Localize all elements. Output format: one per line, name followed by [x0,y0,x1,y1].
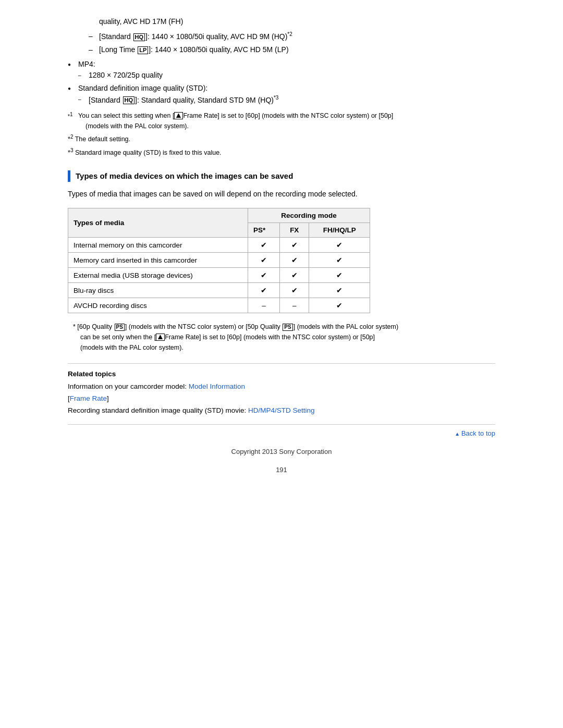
table-cell-fx: ✔ [280,238,309,253]
table-row: External media (USB storage devices)✔✔✔ [68,268,370,283]
mp4-label: MP4: [78,60,95,68]
footnote-2: *2 *² The default setting.The default se… [68,133,495,144]
lp-icon: LP [138,46,148,54]
table-cell-label: AVCHD recording discs [68,298,248,313]
table-header-types: Types of media [68,208,248,238]
quality-line-text: quality, AVC HD 17M (FH) [99,17,183,26]
media-types-table: Types of media Recording mode PS* FX FH/… [68,208,370,313]
table-cell-ps: – [248,298,279,313]
std-hq-item: [Standard HQ]: Standard quality, Standar… [78,94,495,106]
table-cell-fx: – [280,298,309,313]
table-cell-fhhqlp: ✔ [309,238,370,253]
standard-hq-item: – [Standard HQ]: 1440 × 1080/50i quality… [89,30,495,42]
table-footnote: * [60p Quality PS] (models with the NTSC… [68,322,495,353]
frame-rate-icon-tf: ⯅ [156,334,165,341]
back-to-top-link[interactable]: Back to top [455,429,495,437]
page-number: 191 [68,466,495,474]
std-sub-list: [Standard HQ]: Standard quality, Standar… [78,94,495,106]
table-cell-fx: ✔ [280,283,309,298]
mp4-sub-list: 1280 × 720/25p quality [78,70,495,81]
related-topics-title: Related topics [68,370,495,378]
standard-sub-list: – [Standard HQ]: 1440 × 1080/50i quality… [89,30,495,55]
table-header-fx: FX [280,223,309,238]
std-label: Standard definition image quality (STD): [78,84,207,92]
related-item-model: Information on your camcorder model: Mod… [68,381,495,393]
intro-paragraph: Types of media that images can be saved … [68,188,495,200]
hd-mp4-std-link[interactable]: HD/MP4/STD Setting [248,406,315,414]
mp4-quality-item: 1280 × 720/25p quality [78,70,495,81]
std-bullet: Standard definition image quality (STD):… [68,83,495,106]
table-cell-ps: ✔ [248,283,279,298]
long-time-lp-item: – [Long Time LP]: 1440 × 1080/50i qualit… [89,44,495,55]
table-cell-ps: ✔ [248,253,279,268]
page-container: quality, AVC HD 17M (FH) – [Standard HQ]… [0,0,563,728]
content-area: quality, AVC HD 17M (FH) – [Standard HQ]… [68,16,495,474]
footnote-1: *1 You can select this setting when [⯅Fr… [68,110,495,131]
table-cell-label: Internal memory on this camcorder [68,238,248,253]
50p-ps-icon: PS [283,324,292,331]
table-cell-fhhqlp: ✔ [309,283,370,298]
table-row: Blu-ray discs✔✔✔ [68,283,370,298]
table-cell-ps: ✔ [248,238,279,253]
table-cell-fx: ✔ [280,253,309,268]
table-cell-ps: ✔ [248,268,279,283]
frame-rate-link[interactable]: Frame Rate [70,394,107,402]
table-cell-fhhqlp: ✔ [309,253,370,268]
table-cell-label: External media (USB storage devices) [68,268,248,283]
table-row: Memory card inserted in this camcorder✔✔… [68,253,370,268]
hq-icon: HQ [133,33,145,41]
table-cell-label: Memory card inserted in this camcorder [68,253,248,268]
main-bullet-list: MP4: 1280 × 720/25p quality Standard def… [68,59,495,106]
related-item-hd-setting: Recording standard definition image qual… [68,405,495,417]
footnote-3: *3 Standard image quality (STD) is fixed… [68,146,495,158]
table-row: AVCHD recording discs––✔ [68,298,370,313]
frame-rate-icon-fn1: ⯅ [174,112,183,119]
page-number-text: 191 [276,466,287,474]
related-item-framerate: [Frame Rate] [68,393,495,405]
section-heading: Types of media devices on which the imag… [68,170,495,182]
table-cell-fhhqlp: ✔ [309,268,370,283]
copyright-row: Copyright 2013 Sony Corporation [68,448,495,455]
back-to-top-row: Back to top [68,424,495,437]
60p-ps-icon: PS [115,324,125,331]
sub-bullets-block: – [Standard HQ]: 1440 × 1080/50i quality… [68,30,495,55]
related-topics-section: Related topics Information on your camco… [68,363,495,417]
table-header-fhhqlp: FH/HQ/LP [309,223,370,238]
table-header-recording-mode: Recording mode [248,208,370,223]
mp4-bullet: MP4: 1280 × 720/25p quality [68,59,495,81]
intro-quality-line: quality, AVC HD 17M (FH) [68,16,495,27]
section-heading-text: Types of media devices on which the imag… [76,171,293,180]
footnotes-block: *1 You can select this setting when [⯅Fr… [68,110,495,157]
std-hq-icon: HQ [123,96,135,104]
model-information-link[interactable]: Model Information [189,382,245,390]
blue-bar-accent [68,170,70,182]
table-cell-fhhqlp: ✔ [309,298,370,313]
table-row: Internal memory on this camcorder✔✔✔ [68,238,370,253]
table-header-ps: PS* [248,223,279,238]
copyright-text: Copyright 2013 Sony Corporation [231,448,332,455]
table-cell-label: Blu-ray discs [68,283,248,298]
table-cell-fx: ✔ [280,268,309,283]
